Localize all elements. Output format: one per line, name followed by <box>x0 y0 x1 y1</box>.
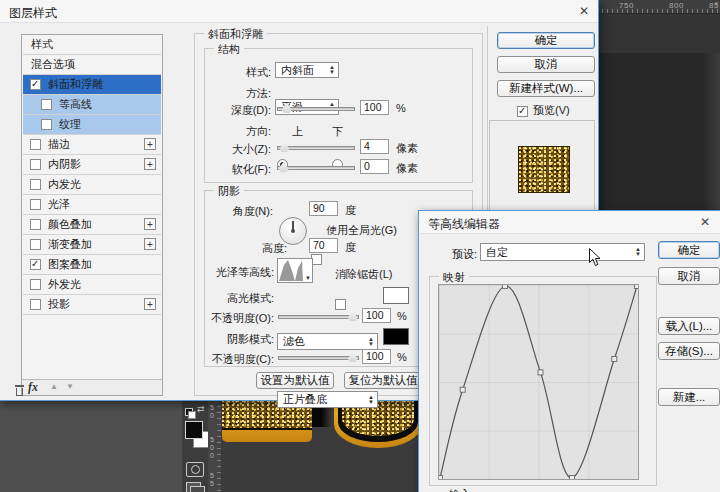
gloss-contour-picker[interactable]: ▼ <box>277 258 313 283</box>
quick-mask-icon[interactable] <box>186 462 204 477</box>
checkbox[interactable] <box>30 179 41 190</box>
contour-cancel-button[interactable]: 取消 <box>658 267 720 285</box>
preset-value: 自定 <box>486 245 508 260</box>
delete-effect-icon[interactable] <box>15 385 24 396</box>
angle-input[interactable]: 90 <box>309 201 338 216</box>
soften-label: 软化(F): <box>205 162 271 177</box>
checkbox[interactable] <box>30 159 41 170</box>
contour-ok-button[interactable]: 确定 <box>658 241 720 259</box>
dialog-titlebar[interactable]: 图层样式 ✕ <box>0 0 598 23</box>
add-effect-icon[interactable]: + <box>144 238 156 250</box>
close-icon[interactable]: ✕ <box>697 214 713 230</box>
preset-select[interactable]: 自定 ▲▼ <box>480 243 645 261</box>
fx-menu-button[interactable]: fx <box>28 380 38 395</box>
soften-unit: 像素 <box>396 161 418 176</box>
sidebar-item-satin[interactable]: 光泽 <box>23 195 161 215</box>
slider-thumb[interactable] <box>279 162 289 172</box>
dialog-titlebar[interactable]: 等高线编辑器 ✕ <box>419 211 720 234</box>
checkbox[interactable] <box>30 219 41 230</box>
load-button[interactable]: 载入(L)... <box>658 317 720 335</box>
new-button[interactable]: 新建... <box>658 388 720 406</box>
checkbox[interactable] <box>30 299 41 310</box>
size-label: 大小(Z): <box>205 142 271 157</box>
altitude-input[interactable]: 70 <box>309 238 338 253</box>
checkbox[interactable] <box>41 99 52 110</box>
reset-default-button[interactable]: 复位为默认值 <box>344 372 422 389</box>
default-colors-icon[interactable] <box>185 408 194 417</box>
swap-colors-icon[interactable]: ⇄ <box>197 404 205 414</box>
add-effect-icon[interactable]: + <box>144 158 156 170</box>
size-input[interactable]: 4 <box>360 139 389 154</box>
screen-mode-icon[interactable] <box>186 482 201 492</box>
soften-input[interactable]: 0 <box>360 159 389 174</box>
shadow-opacity-unit: % <box>397 351 407 363</box>
close-icon[interactable]: ✕ <box>576 3 592 19</box>
add-effect-icon[interactable]: + <box>144 218 156 230</box>
sidebar-item-blending-options[interactable]: 混合选项 <box>23 55 161 75</box>
save-button[interactable]: 存储(S)... <box>658 342 720 360</box>
direction-up-label: 上 <box>292 124 303 139</box>
sidebar-item-bevel-emboss[interactable]: 斜面和浮雕 <box>23 75 161 95</box>
add-effect-icon[interactable]: + <box>144 298 156 310</box>
slider-thumb[interactable] <box>282 103 292 113</box>
highlight-opacity-input[interactable]: 100 <box>362 308 391 323</box>
cancel-button[interactable]: 取消 <box>497 56 595 73</box>
soften-slider[interactable] <box>277 163 355 173</box>
highlight-opacity-label: 不透明度(O): <box>205 311 274 326</box>
sidebar-item-outer-glow[interactable]: 外发光 <box>23 275 161 295</box>
move-up-icon[interactable]: ▲ <box>50 382 58 391</box>
angle-unit: 度 <box>345 203 356 218</box>
sidebar-item-inner-shadow[interactable]: 内阴影 + <box>23 155 161 175</box>
chevron-down-icon: ▼ <box>305 275 311 281</box>
depth-slider[interactable] <box>277 104 355 114</box>
foreground-color-swatch[interactable] <box>185 421 203 439</box>
depth-input[interactable]: 100 <box>360 100 389 115</box>
gloss-contour-label: 光泽等高线: <box>205 265 274 280</box>
sidebar-item-stroke[interactable]: 描边 + <box>23 135 161 155</box>
size-slider[interactable] <box>277 143 355 153</box>
sidebar-item-gradient-overlay[interactable]: 渐变叠加 + <box>23 235 161 255</box>
collapse-icon[interactable]: ▾ <box>714 0 718 8</box>
slider-thumb[interactable] <box>348 311 358 321</box>
checkbox[interactable] <box>30 199 41 210</box>
contour-curve[interactable] <box>439 285 638 479</box>
curve-control-points[interactable] <box>439 285 638 479</box>
checkbox[interactable] <box>30 259 41 270</box>
altitude-unit: 度 <box>345 240 356 255</box>
anti-alias-checkbox[interactable] <box>335 299 346 310</box>
stepper-icon: ▲▼ <box>368 337 374 347</box>
ok-button[interactable]: 确定 <box>497 32 595 49</box>
checkbox[interactable] <box>30 79 41 90</box>
sidebar-item-color-overlay[interactable]: 颜色叠加 + <box>23 215 161 235</box>
highlight-mode-select[interactable]: 滤色 ▲▼ <box>277 333 378 350</box>
checkbox[interactable] <box>30 239 41 250</box>
move-down-icon[interactable]: ▼ <box>66 382 74 391</box>
top-ruler: 750 800 85 <box>597 0 720 14</box>
sidebar-item-inner-glow[interactable]: 内发光 <box>23 175 161 195</box>
stepper-icon: ▲▼ <box>329 65 335 75</box>
set-default-button[interactable]: 设置为默认值 <box>256 372 334 389</box>
preview-checkbox[interactable] <box>517 106 528 117</box>
sidebar-item-pattern-overlay[interactable]: 图案叠加 <box>23 255 161 275</box>
bevel-style-select[interactable]: 内斜面 ▲▼ <box>275 62 339 78</box>
highlight-opacity-slider[interactable] <box>278 312 359 322</box>
sidebar-item-contour[interactable]: 等高线 <box>23 95 161 115</box>
highlight-color-swatch[interactable] <box>383 287 409 304</box>
shadow-color-swatch[interactable] <box>383 328 409 345</box>
checkbox[interactable] <box>41 119 52 130</box>
sidebar-item-texture[interactable]: 纹理 <box>23 115 161 135</box>
stepper-icon: ▲▼ <box>635 247 641 257</box>
styles-list-footer: fx ▲ ▼ <box>22 379 162 395</box>
sidebar-item-styles[interactable]: 样式 <box>23 35 161 55</box>
checkbox[interactable] <box>30 279 41 290</box>
shadow-mode-select[interactable]: 正片叠底 ▲▼ <box>277 391 378 408</box>
sidebar-item-drop-shadow[interactable]: 投影 + <box>23 295 161 315</box>
add-effect-icon[interactable]: + <box>144 138 156 150</box>
contour-curve-area[interactable] <box>438 284 639 480</box>
checkbox[interactable] <box>30 139 41 150</box>
shadow-opacity-input[interactable]: 100 <box>362 349 391 364</box>
slider-thumb[interactable] <box>279 142 289 152</box>
shadow-opacity-slider[interactable] <box>278 353 359 363</box>
slider-thumb[interactable] <box>348 352 358 362</box>
new-style-button[interactable]: 新建样式(W)... <box>497 80 595 97</box>
